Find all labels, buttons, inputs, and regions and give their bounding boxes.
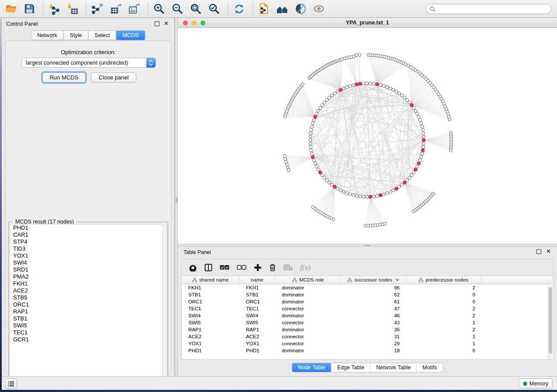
table-scrollbar[interactable] (547, 285, 553, 360)
mcds-result-item[interactable]: TID3 (10, 245, 167, 252)
toggle-columns-icon[interactable] (204, 262, 212, 273)
hide-graphics-icon[interactable] (294, 2, 307, 15)
mcds-result-item[interactable]: GCR1 (10, 336, 167, 343)
horizontal-splitter-handle[interactable] (364, 245, 370, 246)
table-cell[interactable]: 2 (406, 326, 481, 333)
export-network-icon[interactable] (91, 2, 104, 15)
mcds-list-scrollbar[interactable] (162, 224, 167, 382)
tab-network[interactable]: Network (31, 31, 64, 40)
table-row[interactable]: PHD1PHD1dominator180 (182, 347, 553, 354)
table-cell[interactable]: 1 (406, 333, 481, 340)
column-header-predecessor-nodes[interactable]: predecessor nodes (406, 276, 481, 284)
zoom-out-icon[interactable] (171, 2, 184, 15)
select-all-icon[interactable] (220, 262, 229, 273)
table-cell[interactable]: ACE2 (239, 333, 275, 340)
table-cell[interactable]: connector (275, 340, 341, 347)
tab-network-table[interactable]: Network Table (370, 363, 417, 372)
vertical-splitter[interactable] (175, 18, 178, 376)
column-header-shared-name[interactable]: shared name (182, 276, 239, 284)
mcds-result-item[interactable]: ACE2 (10, 287, 167, 294)
table-cell[interactable]: ORC1 (182, 298, 239, 305)
import-table-icon[interactable] (66, 2, 79, 15)
table-cell[interactable]: 0 (406, 347, 481, 354)
memory-button[interactable]: Memory (519, 378, 553, 389)
mcds-result-item[interactable]: TEC1 (10, 329, 167, 336)
search-box[interactable] (426, 4, 551, 14)
table-cell[interactable]: STB1 (239, 291, 275, 298)
table-cell[interactable]: 1 (406, 319, 481, 326)
export-image-icon[interactable] (128, 2, 141, 15)
table-cell[interactable]: 2 (406, 312, 481, 319)
search-input[interactable] (436, 6, 551, 12)
table-cell[interactable]: 47 (341, 305, 406, 312)
table-cell[interactable]: FKH1 (182, 284, 239, 291)
table-cell[interactable]: 18 (341, 347, 406, 354)
table-cell[interactable]: connector (275, 305, 341, 312)
mcds-result-item[interactable]: YOX1 (10, 252, 167, 259)
import-network-icon[interactable] (48, 2, 61, 15)
run-mcds-button[interactable]: Run MCDS (42, 72, 86, 83)
table-cell[interactable]: 0 (406, 291, 481, 298)
tab-select[interactable]: Select (88, 31, 117, 40)
table-cell[interactable]: 2 (406, 284, 481, 291)
table-cell[interactable]: SWI4 (182, 312, 239, 319)
mcds-result-item[interactable]: STP4 (10, 238, 167, 245)
table-cell[interactable]: SWI5 (182, 319, 239, 326)
criterion-dropdown[interactable]: largest connected component (undirected) (21, 58, 156, 68)
table-cell[interactable]: 35 (341, 326, 406, 333)
table-cell[interactable]: ORC1 (239, 298, 275, 305)
table-cell[interactable]: connector (275, 333, 341, 340)
close-table-panel-icon[interactable]: ✕ (546, 249, 551, 254)
table-cell[interactable]: STB1 (182, 291, 239, 298)
mcds-result-item[interactable]: FKH1 (10, 280, 167, 287)
zoom-fit-icon[interactable] (189, 2, 202, 15)
table-cell[interactable]: 1 (406, 340, 481, 347)
table-cell[interactable]: YOX1 (239, 340, 275, 347)
tab-mcds[interactable]: MCDS (116, 31, 145, 40)
table-row[interactable]: RAP1RAP1dominator352 (182, 326, 553, 333)
tab-motifs[interactable]: Motifs (417, 363, 443, 372)
save-session-icon[interactable] (23, 2, 36, 15)
mcds-result-item[interactable]: RAP1 (10, 308, 167, 315)
mcds-result-list[interactable]: PHD1CAR1STP4TID3YOX1SWI4SRD1PMA2FKH1ACE2… (10, 224, 167, 382)
column-header-successor-nodes[interactable]: successor nodes (341, 276, 406, 284)
table-cell[interactable]: RAP1 (182, 326, 239, 333)
eye-icon[interactable] (312, 2, 325, 15)
table-cell[interactable]: YOX1 (182, 340, 239, 347)
delete-table-icon[interactable] (284, 262, 293, 273)
table-row[interactable]: TEC1TEC1connector472 (182, 305, 553, 312)
mcds-result-item[interactable]: PHD1 (10, 224, 167, 231)
refresh-icon[interactable] (232, 2, 246, 15)
network-canvas[interactable] (178, 28, 557, 244)
function-builder-icon[interactable]: f(x) (300, 262, 311, 273)
table-row[interactable]: STB1STB1dominator620 (182, 291, 553, 298)
tab-edge-table[interactable]: Edge Table (332, 363, 370, 372)
mcds-result-item[interactable]: ORC1 (10, 301, 167, 308)
mcds-result-item[interactable]: SWI4 (10, 259, 167, 266)
mcds-result-item[interactable]: SWI5 (10, 322, 167, 329)
table-row[interactable]: ORC1ORC1dominator610 (182, 298, 553, 305)
table-cell[interactable]: RAP1 (239, 326, 275, 333)
birds-eye-icon[interactable] (276, 2, 289, 15)
table-cell[interactable]: connector (275, 319, 341, 326)
table-cell[interactable]: 31 (341, 333, 406, 340)
table-row[interactable]: YOX1YOX1connector291 (182, 340, 553, 347)
table-cell[interactable]: PHD1 (239, 347, 275, 354)
float-panel-icon[interactable] (155, 21, 159, 26)
table-cell[interactable]: ACE2 (182, 333, 239, 340)
table-cell[interactable]: 61 (341, 298, 406, 305)
table-row[interactable]: FKH1FKH1dominator962 (182, 284, 553, 291)
table-cell[interactable]: dominator (275, 347, 341, 354)
mcds-result-item[interactable]: CAR1 (10, 231, 167, 238)
network-window-titlebar[interactable]: YPA_prune.txt_1 (178, 18, 557, 28)
table-cell[interactable]: 62 (341, 291, 406, 298)
mcds-result-item[interactable]: SRD1 (10, 266, 167, 273)
table-cell[interactable]: dominator (275, 312, 341, 319)
close-panel-icon[interactable]: ✕ (164, 21, 169, 26)
table-cell[interactable]: SWI5 (239, 319, 275, 326)
table-cell[interactable]: 2 (406, 305, 481, 312)
column-header-name[interactable]: name (239, 276, 275, 284)
delete-column-icon[interactable] (269, 262, 276, 273)
column-header-MCDS-role[interactable]: MCDS role (275, 276, 341, 284)
table-cell[interactable]: 43 (341, 319, 406, 326)
